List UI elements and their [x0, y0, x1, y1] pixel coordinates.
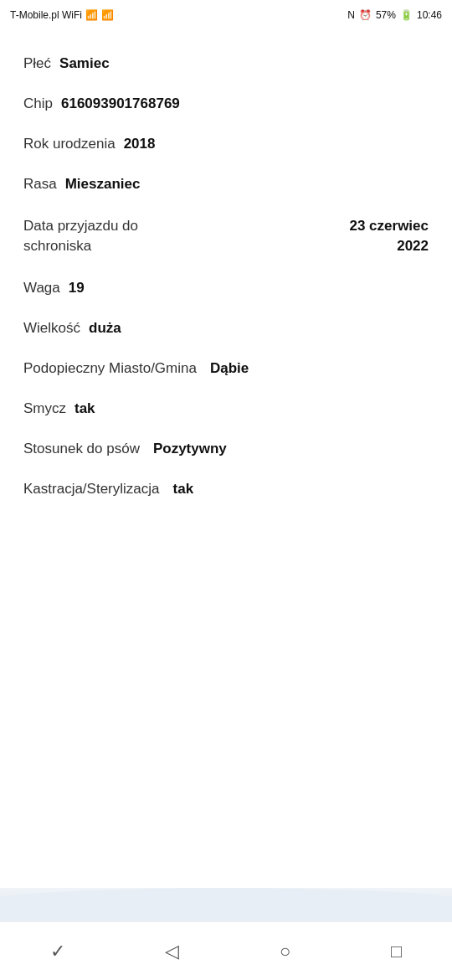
field-data: Data przyjazdu do schroniska 23 czerwiec…: [23, 216, 429, 256]
field-rasa: Rasa Mieszaniec: [23, 176, 429, 193]
wifi-icon: 📶: [85, 9, 98, 21]
field-plec: Płeć Samiec: [23, 55, 429, 72]
label-rok: Rok urodzenia: [23, 136, 116, 152]
value-stosunek: Pozytywny: [153, 441, 227, 457]
recent-apps-button[interactable]: □: [374, 932, 419, 971]
label-waga: Waga: [23, 280, 60, 297]
field-waga: Waga 19: [23, 280, 429, 297]
label-miasto: Podopieczny Miasto/Gmina: [23, 360, 197, 377]
field-chip: Chip 616093901768769: [23, 95, 429, 112]
value-smycz: tak: [74, 400, 95, 417]
status-right: N ⏰ 57% 🔋 10:46: [347, 9, 442, 21]
label-kastracja: Kastracja/Sterylizacja: [23, 481, 160, 498]
back-triangle-button[interactable]: ◁: [148, 932, 196, 971]
field-smycz: Smycz tak: [23, 400, 429, 417]
nfc-icon: N: [347, 9, 355, 21]
alarm-icon: ⏰: [359, 9, 372, 21]
field-stosunek: Stosunek do psów Pozytywny: [23, 441, 429, 457]
landscape-decoration: [0, 888, 452, 921]
field-miasto: Podopieczny Miasto/Gmina Dąbie: [23, 360, 429, 377]
carrier-label: T-Mobile.pl WiFi: [10, 9, 82, 21]
status-left: T-Mobile.pl WiFi 📶 📶: [10, 9, 114, 21]
label-plec: Płeć: [23, 55, 51, 72]
value-rasa: Mieszaniec: [65, 176, 141, 193]
bottom-nav: ✓ ◁ ○ □: [0, 921, 452, 980]
field-kastracja: Kastracja/Sterylizacja tak: [23, 481, 429, 498]
value-wielkosc: duża: [89, 320, 121, 337]
home-button[interactable]: ○: [263, 932, 307, 971]
field-rok: Rok urodzenia 2018: [23, 136, 429, 152]
label-rasa: Rasa: [23, 176, 57, 193]
time-label: 10:46: [417, 9, 442, 21]
label-stosunek: Stosunek do psów: [23, 441, 140, 457]
label-smycz: Smycz: [23, 400, 66, 417]
main-content: Płeć Samiec Chip 616093901768769 Rok uro…: [0, 30, 452, 888]
value-miasto: Dąbie: [210, 360, 249, 377]
battery-label: 57%: [376, 9, 396, 21]
value-data: 23 czerwiec2022: [199, 216, 429, 256]
value-chip: 616093901768769: [61, 95, 180, 112]
back-button[interactable]: ✓: [33, 932, 82, 971]
value-plec: Samiec: [59, 55, 110, 72]
field-wielkosc: Wielkość duża: [23, 320, 429, 337]
value-kastracja: tak: [173, 481, 194, 498]
battery-icon: 🔋: [400, 9, 413, 21]
value-waga: 19: [69, 280, 85, 297]
label-data: Data przyjazdu do schroniska: [23, 216, 191, 256]
label-wielkosc: Wielkość: [23, 320, 80, 337]
signal-icon: 📶: [101, 9, 114, 21]
value-rok: 2018: [124, 136, 156, 152]
label-chip: Chip: [23, 95, 53, 112]
status-bar: T-Mobile.pl WiFi 📶 📶 N ⏰ 57% 🔋 10:46: [0, 0, 452, 30]
